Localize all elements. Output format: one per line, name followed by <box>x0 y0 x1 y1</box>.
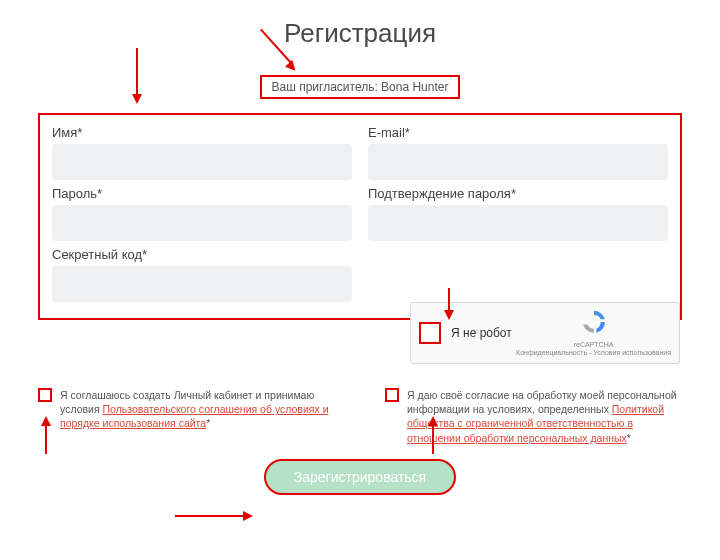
page-title: Регистрация <box>0 18 720 49</box>
recaptcha-icon <box>580 308 608 336</box>
consent-terms: Я соглашаюсь создать Личный кабинет и пр… <box>38 388 335 445</box>
registration-form: Имя* E-mail* Пароль* Подтверждение парол… <box>38 113 682 320</box>
secret-label: Секретный код* <box>52 247 352 262</box>
recaptcha-branding: reCAPTCHA Конфиденциальность - Условия и… <box>516 308 671 357</box>
email-input[interactable] <box>368 144 668 180</box>
consent-privacy: Я даю своё согласие на обработку моей пе… <box>385 388 682 445</box>
name-input[interactable] <box>52 144 352 180</box>
consent-terms-checkbox[interactable] <box>38 388 52 402</box>
recaptcha-widget[interactable]: Я не робот reCAPTCHA Конфиденциальность … <box>410 302 680 364</box>
password-confirm-input[interactable] <box>368 205 668 241</box>
consent-terms-text: Я соглашаюсь создать Личный кабинет и пр… <box>60 388 335 431</box>
submit-button[interactable]: Зарегистрироваться <box>264 459 456 495</box>
recaptcha-checkbox[interactable] <box>419 322 441 344</box>
email-label: E-mail* <box>368 125 668 140</box>
recaptcha-label: Я не робот <box>451 326 512 340</box>
password-confirm-label: Подтверждение пароля* <box>368 186 668 201</box>
name-label: Имя* <box>52 125 352 140</box>
inviter-box: Ваш пригласитель: Bona Hunter <box>260 75 461 99</box>
secret-input[interactable] <box>52 266 352 302</box>
password-label: Пароль* <box>52 186 352 201</box>
consent-privacy-text: Я даю своё согласие на обработку моей пе… <box>407 388 682 445</box>
consent-privacy-checkbox[interactable] <box>385 388 399 402</box>
password-input[interactable] <box>52 205 352 241</box>
